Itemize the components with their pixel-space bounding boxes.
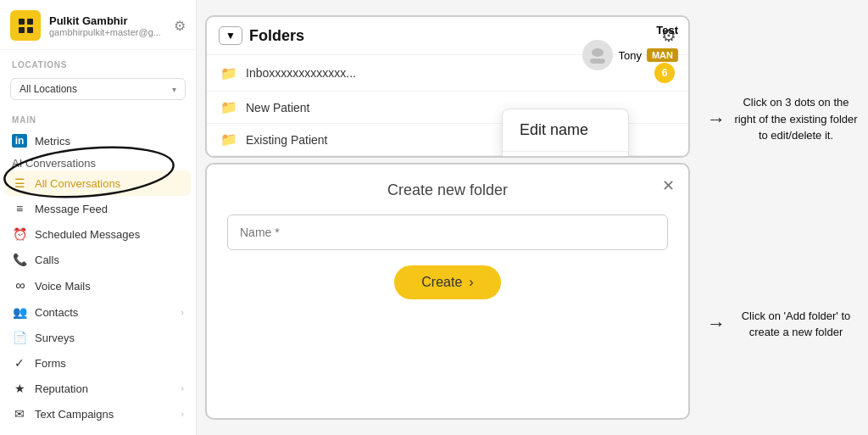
close-button[interactable]: ✕ <box>662 176 675 195</box>
sidebar-item-metrics[interactable]: in Metrics <box>0 128 196 153</box>
sidebar-header: Pulkit Gambhir gambhirpulkit+master@g...… <box>0 0 196 50</box>
man-badge: MAN <box>647 48 678 62</box>
sidebar-item-label: Message Feed <box>35 203 184 215</box>
folder-name-input[interactable] <box>227 215 668 250</box>
settings-icon[interactable]: ⚙ <box>174 18 186 34</box>
surveys-icon: 📄 <box>12 331 27 344</box>
app-logo <box>10 10 41 41</box>
reputation-icon: ★ <box>12 382 27 395</box>
chevron-right-icon: › <box>181 383 184 393</box>
context-menu: Edit name Delete folder <box>502 109 629 158</box>
test-user-area: Test Tony MAN <box>582 24 678 70</box>
location-value: All Locations <box>19 83 77 95</box>
context-menu-delete[interactable]: Delete folder <box>503 152 628 158</box>
sidebar-item-voice-mails[interactable]: ∞ Voice Mails <box>0 272 196 299</box>
chevron-right-icon: › <box>181 307 184 317</box>
annotation-text-1: Click on 3 dots on the right of the exis… <box>732 94 860 144</box>
sidebar-item-contacts[interactable]: 👥 Contacts › <box>0 299 196 325</box>
sidebar-item-text-campaigns[interactable]: ✉ Text Campaigns › <box>0 401 196 427</box>
avatar <box>582 40 613 70</box>
folders-panel: ▼ Folders ⚙ 📁 Inboxxxxxxxxxxxxx... 6 📁 N… <box>205 15 690 158</box>
clock-icon: ⏰ <box>12 227 27 241</box>
arrow-icon: → <box>707 313 726 335</box>
chevron-right-icon: › <box>181 409 184 419</box>
conversations-icon: ☰ <box>12 176 27 190</box>
user-email: gambhirpulkit+master@g... <box>49 27 165 37</box>
sidebar-item-label: Surveys <box>35 332 184 344</box>
contacts-icon: 👥 <box>12 305 27 319</box>
svg-rect-2 <box>590 59 605 64</box>
sidebar-item-label: Metrics <box>35 135 184 148</box>
sidebar-item-label: Forms <box>35 357 184 370</box>
main-content: ▼ Folders ⚙ 📁 Inboxxxxxxxxxxxxx... 6 📁 N… <box>197 0 698 435</box>
sidebar-item-reputation[interactable]: ★ Reputation › <box>0 376 196 401</box>
annotation-1: → Click on 3 dots on the right of the ex… <box>707 94 860 144</box>
voicemail-icon: ∞ <box>12 278 27 293</box>
ai-conversations-text: AI Conversations <box>0 155 196 170</box>
sidebar-item-forms[interactable]: ✓ Forms <box>0 350 196 376</box>
text-campaigns-icon: ✉ <box>12 407 27 421</box>
create-folder-panel: Create new folder ✕ Create › <box>205 163 690 420</box>
create-button-label: Create <box>421 275 462 290</box>
create-button-icon: › <box>469 275 473 290</box>
folder-icon: 📁 <box>220 65 237 81</box>
user-info: Pulkit Gambhir gambhirpulkit+master@g... <box>49 14 165 37</box>
sidebar-item-message-feed[interactable]: ≡ Message Feed <box>0 196 196 221</box>
tony-label: Tony <box>618 49 641 62</box>
folder-icon: 📁 <box>220 131 237 148</box>
folders-dropdown-button[interactable]: ▼ <box>219 26 242 45</box>
sidebar-item-label: Reputation <box>35 382 173 395</box>
sidebar-item-label: Scheduled Messages <box>35 228 184 241</box>
create-folder-title: Create new folder <box>227 181 668 199</box>
forms-icon: ✓ <box>12 356 27 370</box>
create-button[interactable]: Create › <box>394 265 500 299</box>
svg-rect-1 <box>592 48 604 57</box>
chevron-down-icon: ▾ <box>172 85 176 94</box>
sidebar-item-label: Calls <box>35 254 184 266</box>
folder-icon: 📁 <box>220 99 237 115</box>
sidebar-item-label: All Conversations <box>35 177 184 190</box>
sidebar-item-label: Voice Mails <box>35 280 184 293</box>
sidebar-item-all-conversations[interactable]: ☰ All Conversations <box>5 170 191 196</box>
message-feed-icon: ≡ <box>12 202 27 215</box>
arrow-icon: → <box>707 109 726 131</box>
sidebar-item-email-campaigns[interactable]: ✉ Email Campaigns <box>0 427 196 435</box>
linkedin-icon: in <box>12 134 27 148</box>
sidebar-item-surveys[interactable]: 📄 Surveys <box>0 325 196 350</box>
location-selector[interactable]: All Locations ▾ <box>10 78 186 100</box>
sidebar-item-label: Text Campaigns <box>35 408 173 421</box>
user-name: Pulkit Gambhir <box>49 14 165 27</box>
sidebar: Pulkit Gambhir gambhirpulkit+master@g...… <box>0 0 197 435</box>
sidebar-item-scheduled-messages[interactable]: ⏰ Scheduled Messages <box>0 221 196 247</box>
test-label: Test <box>656 24 678 36</box>
main-label: MAIN <box>0 105 196 128</box>
sidebar-item-calls[interactable]: 📞 Calls <box>0 247 196 272</box>
annotation-2: → Click on 'Add folder' to create a new … <box>707 308 860 341</box>
chevron-down-icon: ▼ <box>225 30 236 42</box>
locations-label: LOCATIONS <box>0 50 196 73</box>
phone-icon: 📞 <box>12 253 27 266</box>
sidebar-item-label: Contacts <box>35 306 173 319</box>
annotation-panel: → Click on 3 dots on the right of the ex… <box>698 0 868 435</box>
ai-conversations-section: AI Conversations ☰ All Conversations <box>0 155 196 196</box>
context-menu-edit[interactable]: Edit name <box>503 109 628 152</box>
annotation-text-2: Click on 'Add folder' to create a new fo… <box>732 308 860 341</box>
